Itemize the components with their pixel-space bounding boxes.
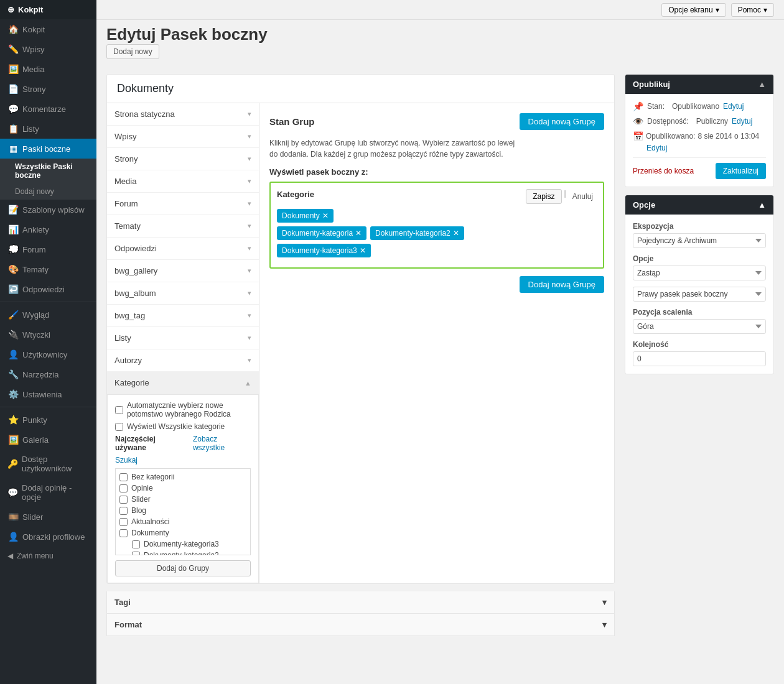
category-list-box[interactable]: Bez kategorii Opinie Slider (115, 468, 251, 555)
published-edit-link[interactable]: Edytuj (646, 144, 667, 152)
collapse-icon: ◀ (7, 552, 13, 560)
cat-checkbox-4[interactable] (119, 518, 128, 526)
screen-options-button[interactable]: Opcje ekranu ▾ (661, 3, 726, 17)
sidebar-item-kokpit[interactable]: 🏠 Kokpit (0, 19, 96, 39)
arrow-icon-9: ▾ (248, 312, 251, 320)
add-to-group-button[interactable]: Dodaj do Grupy (115, 560, 251, 576)
ws-bwg-tag[interactable]: bwg_tag ▾ (107, 305, 259, 327)
pozycja-select[interactable]: GóraDół (633, 319, 766, 334)
topbar: Opcje ekranu ▾ Pomoc ▾ (96, 0, 784, 20)
ws-bwg-gallery[interactable]: bwg_gallery ▾ (107, 260, 259, 282)
sidebar-item-obrazki[interactable]: 👤 Obrazki profilowe (0, 527, 96, 547)
tag-pills-row2: Dokumenty-kategoria ✕ Dokumenty-kategori… (277, 226, 597, 240)
arrow-icon-0: ▾ (248, 110, 251, 118)
sidebar-item-uzytkownicy[interactable]: 👤 Użytkownicy (0, 344, 96, 364)
sidebar-item-wyglad[interactable]: 🖌️ Wygląd (0, 305, 96, 325)
cat-checkbox-7[interactable] (132, 552, 140, 556)
sidebar-item-paski[interactable]: ▦ Paski boczne (0, 139, 96, 159)
ws-media[interactable]: Media ▾ (107, 170, 259, 193)
sidebar-logo[interactable]: ⊕ Kokpit (0, 0, 96, 19)
cat-checkbox-1[interactable] (119, 484, 128, 492)
publish-collapse-icon[interactable]: ▲ (758, 80, 766, 89)
help-button[interactable]: Pomoc ▾ (731, 3, 774, 17)
kolejnosc-input[interactable] (633, 351, 766, 366)
remove-dok-kategoria3[interactable]: ✕ (360, 246, 366, 255)
template-icon: 📝 (7, 205, 19, 215)
cat-dok-kat3: Dokumenty-kategoria3 (119, 540, 246, 548)
remove-dokumenty[interactable]: ✕ (322, 211, 329, 220)
cat-dokumenty: Dokumenty (119, 529, 246, 537)
ws-odpowiedzi[interactable]: Odpowiedzi ▾ (107, 238, 259, 260)
sidebar-item-tematy[interactable]: 🎨 Tematy (0, 259, 96, 279)
search-link[interactable]: Szukaj (115, 456, 251, 464)
sidebar-item-ankiety[interactable]: 📊 Ankiety (0, 220, 96, 239)
kategorie-body: Automatycznie wybierz nowe potomstwo wyb… (108, 395, 258, 583)
ws-strona-statyczna[interactable]: Strona statyczna ▾ (107, 103, 259, 126)
sidebar-item-listy[interactable]: 📋 Listy (0, 119, 96, 139)
opcje-select-2[interactable]: Prawy pasek pasek bocznyLewy pasek (633, 287, 766, 302)
ws-bwg-album[interactable]: bwg_album ▾ (107, 282, 259, 305)
cancel-button[interactable]: Anuluj (569, 189, 597, 204)
cat-checkbox-2[interactable] (119, 496, 128, 504)
ws-kategorie[interactable]: Kategorie ▲ (107, 372, 259, 394)
opcje-select-1[interactable]: ZastąpDodajUsuń (633, 266, 766, 280)
format-section: Format ▾ (106, 614, 615, 636)
show-all-checkbox[interactable] (115, 423, 123, 431)
arrow-icon-6: ▾ (248, 244, 251, 252)
sidebar-item-dostep[interactable]: 🔑 Dostęp użytkowników (0, 450, 96, 478)
sidebar-item-galeria[interactable]: 🖼️ Galeria (0, 430, 96, 450)
tagi-arrow-icon: ▾ (602, 598, 607, 607)
ws-wpisy[interactable]: Wpisy ▾ (107, 126, 259, 148)
add-new-group-button-top[interactable]: Dodaj nową Grupę (520, 113, 604, 130)
sidebar-item-opinia[interactable]: 💬 Dodaj opinię - opcje (0, 478, 96, 507)
documents-widget: Dokumenty Strona statyczna ▾ Wpisy ▾ (106, 74, 615, 584)
visibility-row: 👁️ Dostępność: Publiczny Edytuj (633, 116, 766, 126)
ws-listy[interactable]: Listy ▾ (107, 327, 259, 349)
sidebar-item-strony[interactable]: 📄 Strony (0, 79, 96, 99)
auto-select-checkbox[interactable] (115, 406, 123, 414)
sidebar-item-punkty[interactable]: ⭐ Punkty (0, 410, 96, 430)
cat-checkbox-5[interactable] (119, 529, 128, 537)
format-header[interactable]: Format ▾ (107, 614, 614, 635)
update-button[interactable]: Zaktualizuj (716, 163, 766, 179)
add-new-group-button-bottom[interactable]: Dodaj nową Grupę (520, 276, 604, 293)
sidebar-item-narzedzia[interactable]: 🔧 Narzędzia (0, 364, 96, 384)
remove-dok-kategoria2[interactable]: ✕ (453, 229, 459, 238)
tagi-header[interactable]: Tagi ▾ (107, 591, 614, 613)
visibility-edit-link[interactable]: Edytuj (732, 117, 752, 126)
collapse-menu[interactable]: ◀ Zwiń menu (0, 547, 96, 565)
sidebar-item-komentarze[interactable]: 💬 Komentarze (0, 99, 96, 119)
sidebar-item-odpowiedzi[interactable]: ↩️ Odpowiedzi (0, 279, 96, 299)
trash-button[interactable]: Przenieś do kosza (633, 167, 694, 175)
status-edit-link[interactable]: Edytuj (723, 102, 744, 111)
profile-icon: 👤 (7, 532, 19, 542)
theme-icon: 🎨 (7, 264, 19, 274)
sidebar-item-slider[interactable]: 🎞️ Slider (0, 507, 96, 527)
sidebar-item-szablony[interactable]: 📝 Szablony wpisów (0, 200, 96, 220)
options-collapse-icon[interactable]: ▲ (758, 200, 766, 210)
cat-checkbox-3[interactable] (119, 507, 128, 515)
tab-najczesciej[interactable]: Najczęściej używane (115, 435, 188, 452)
sidebar-divider-1 (0, 302, 96, 302)
widget-main-area: Stan Grup Dodaj nową Grupę Kliknij by ed… (259, 103, 614, 583)
sidebar-sub-dodaj[interactable]: Dodaj nowy (0, 183, 96, 200)
sidebar-item-wpisy[interactable]: ✏️ Wpisy (0, 39, 96, 59)
forum-icon: 💭 (7, 244, 19, 254)
sidebar-item-forum[interactable]: 💭 Forum (0, 239, 96, 259)
ws-autorzy[interactable]: Autorzy ▾ (107, 349, 259, 372)
ws-forum[interactable]: Forum ▾ (107, 193, 259, 215)
sidebar-sub-wszystkie[interactable]: Wszystkie Paski boczne (0, 159, 96, 183)
sidebar-item-media[interactable]: 🖼️ Media (0, 59, 96, 79)
remove-dok-kategoria[interactable]: ✕ (355, 229, 362, 238)
sidebar-item-wtyczki[interactable]: 🔌 Wtyczki (0, 325, 96, 344)
publish-panel-header: Opublikuj ▲ (625, 75, 773, 94)
sidebar-item-ustawienia[interactable]: ⚙️ Ustawienia (0, 384, 96, 404)
cat-checkbox-6[interactable] (132, 540, 140, 548)
cat-checkbox-0[interactable] (119, 473, 128, 481)
ws-strony[interactable]: Strony ▾ (107, 148, 259, 170)
add-new-button[interactable]: Dodaj nowy (106, 44, 159, 59)
ws-tematy[interactable]: Tematy ▾ (107, 215, 259, 238)
tab-wszystkie[interactable]: Zobacz wszystkie (193, 435, 251, 452)
ekspozycja-select[interactable]: Pojedynczy & ArchiwumPojedynczyArchiwum (633, 233, 766, 248)
save-button[interactable]: Zapisz (526, 189, 561, 204)
